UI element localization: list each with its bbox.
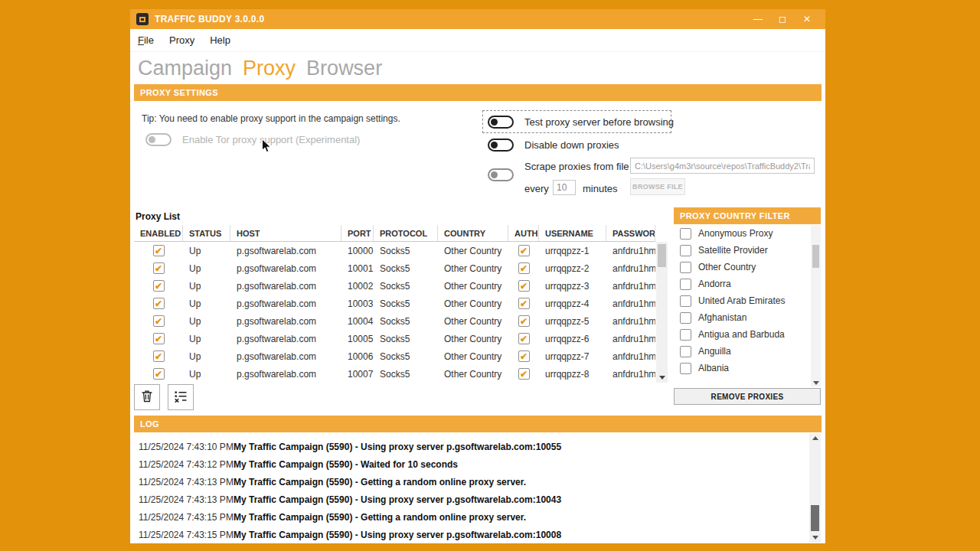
minutes-label: minutes [583, 183, 618, 194]
cell-auth-checkbox [508, 365, 539, 383]
mouse-cursor [261, 139, 272, 154]
enabled-checkbox[interactable] [153, 280, 165, 292]
auth-checkbox[interactable] [518, 298, 530, 309]
cell-port: 10000 [341, 242, 374, 259]
clear-proxy-list-button[interactable] [168, 384, 194, 410]
proxy-settings-panel: Tip: You need to enable proxy support in… [134, 101, 822, 205]
column-header-password[interactable]: PASSWORD [606, 225, 655, 242]
country-checkbox[interactable] [680, 346, 691, 357]
auth-checkbox[interactable] [518, 315, 530, 327]
column-header-username[interactable]: USERNAME [539, 225, 606, 242]
table-row[interactable]: Upp.gsoftwarelab.com10002Socks5Other Cou… [134, 277, 668, 295]
enabled-checkbox[interactable] [153, 333, 165, 344]
country-checkbox[interactable] [680, 312, 691, 324]
tab-proxy[interactable]: Proxy [243, 57, 296, 80]
auth-checkbox[interactable] [518, 368, 530, 380]
remove-proxies-button[interactable]: REMOVE PROXIES [674, 388, 821, 405]
enabled-checkbox[interactable] [153, 245, 165, 256]
auth-checkbox[interactable] [518, 262, 530, 274]
country-filter-item[interactable]: Antigua and Barbuda [674, 326, 811, 343]
cell-host: p.gsoftwarelab.com [230, 242, 341, 259]
country-checkbox[interactable] [680, 295, 691, 307]
table-row[interactable]: Upp.gsoftwarelab.com10003Socks5Other Cou… [134, 295, 668, 312]
cell-host: p.gsoftwarelab.com [230, 347, 341, 365]
country-checkbox[interactable] [680, 279, 691, 290]
country-checkbox[interactable] [680, 329, 691, 341]
log-timestamp: 11/25/2024 7:43:13 PM [139, 477, 234, 487]
table-row[interactable]: Upp.gsoftwarelab.com10004Socks5Other Cou… [134, 312, 668, 330]
cell-country: Other Country [438, 242, 508, 259]
scroll-down-icon[interactable] [659, 376, 665, 380]
country-checkbox[interactable] [680, 228, 691, 240]
disable-down-toggle[interactable] [488, 139, 514, 152]
country-filter-item[interactable]: Afghanistan [674, 309, 811, 326]
scrollbar-thumb[interactable] [811, 505, 819, 531]
maximize-button[interactable]: ◻ [770, 9, 795, 29]
column-header-country[interactable]: COUNTRY [438, 225, 508, 242]
country-checkbox[interactable] [680, 245, 691, 256]
tab-browser[interactable]: Browser [306, 57, 382, 80]
cell-port: 10006 [341, 347, 374, 365]
title-bar[interactable]: TRAFFIC BUDDY 3.0.0.0 — ◻ ✕ [130, 9, 825, 29]
scrollbar-thumb[interactable] [658, 244, 666, 267]
scrollbar-thumb[interactable] [812, 245, 819, 268]
country-checkbox[interactable] [680, 363, 691, 374]
country-label: Albania [698, 363, 729, 373]
scroll-up-icon[interactable] [812, 436, 818, 440]
country-filter-item[interactable]: Satellite Provider [674, 242, 811, 259]
scrape-proxies-toggle[interactable] [488, 168, 514, 181]
country-checkbox[interactable] [680, 262, 691, 273]
column-header-host[interactable]: HOST [230, 225, 341, 242]
tor-toggle[interactable] [145, 133, 172, 146]
menu-item-proxy[interactable]: Proxy [169, 34, 194, 46]
column-header-status[interactable]: STATUS [183, 225, 230, 242]
proxy-table-scrollbar[interactable] [656, 242, 668, 383]
country-filter-item[interactable]: Andorra [674, 276, 811, 292]
table-row[interactable]: Upp.gsoftwarelab.com10007Socks5Other Cou… [134, 365, 668, 383]
country-filter-scrollbar[interactable] [811, 225, 821, 386]
menu-item-help[interactable]: Help [210, 34, 230, 46]
test-proxy-toggle[interactable] [488, 116, 514, 129]
enabled-checkbox[interactable] [153, 315, 165, 327]
table-row[interactable]: Upp.gsoftwarelab.com10000Socks5Other Cou… [134, 242, 668, 259]
cell-status: Up [183, 347, 230, 365]
auth-checkbox[interactable] [518, 350, 530, 362]
cell-password: anfdru1hm1 [606, 295, 655, 312]
country-filter-item[interactable]: Albania [674, 360, 811, 377]
cell-port: 10001 [341, 259, 374, 277]
tab-campaign[interactable]: Campaign [138, 57, 232, 80]
cell-host: p.gsoftwarelab.com [230, 365, 341, 383]
column-header-port[interactable]: PORT [341, 225, 374, 242]
enabled-checkbox[interactable] [153, 350, 165, 362]
column-header-enabled[interactable]: ENABLED [134, 225, 183, 242]
minimize-button[interactable]: — [746, 9, 770, 29]
disable-down-label: Disable down proxies [524, 139, 619, 151]
browse-file-button[interactable]: BROWSE FILE [630, 178, 685, 195]
column-header-protocol[interactable]: PROTOCOL [374, 225, 438, 242]
scroll-down-icon[interactable] [812, 536, 818, 540]
close-button[interactable]: ✕ [795, 9, 819, 29]
proxy-file-path-input[interactable] [630, 158, 815, 174]
column-header-auth[interactable]: AUTH [508, 225, 539, 242]
country-filter-item[interactable]: Anguilla [674, 343, 811, 360]
enabled-checkbox[interactable] [153, 298, 165, 309]
minutes-input[interactable] [553, 180, 576, 195]
auth-checkbox[interactable] [518, 280, 530, 292]
delete-proxy-button[interactable] [134, 384, 160, 410]
table-row[interactable]: Upp.gsoftwarelab.com10006Socks5Other Cou… [134, 347, 668, 365]
scroll-down-icon[interactable] [813, 381, 819, 385]
cell-country: Other Country [438, 312, 508, 330]
country-filter-item[interactable]: Anonymous Proxy [674, 225, 811, 242]
menu-item-file[interactable]: File [138, 34, 154, 46]
log-scrollbar[interactable] [809, 433, 821, 543]
cell-password: anfdru1hm1 [606, 259, 655, 277]
country-filter-item[interactable]: United Arab Emirates [674, 292, 811, 309]
auth-checkbox[interactable] [518, 245, 530, 256]
cell-protocol: Socks5 [374, 330, 438, 347]
country-filter-item[interactable]: Other Country [674, 259, 811, 276]
enabled-checkbox[interactable] [153, 262, 165, 274]
table-row[interactable]: Upp.gsoftwarelab.com10005Socks5Other Cou… [134, 330, 668, 347]
auth-checkbox[interactable] [518, 333, 530, 344]
enabled-checkbox[interactable] [153, 368, 165, 380]
table-row[interactable]: Upp.gsoftwarelab.com10001Socks5Other Cou… [134, 259, 668, 277]
